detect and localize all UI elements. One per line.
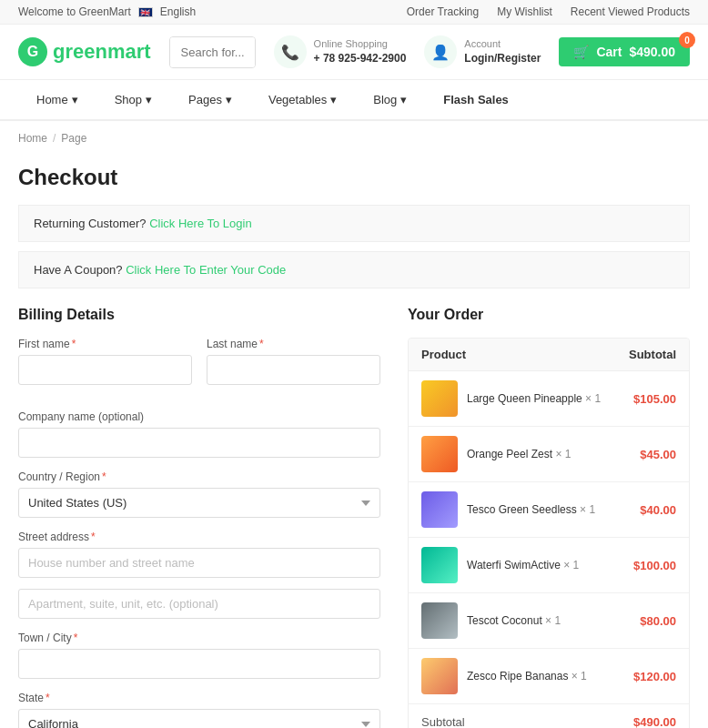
product-image-bottle — [421, 547, 458, 583]
order-item: Waterfi SwimActive × 1 $100.00 — [409, 538, 689, 593]
account-sub: Login/Register — [464, 51, 541, 66]
cart-amount: $490.00 — [629, 45, 675, 59]
product-image-orange — [421, 436, 458, 472]
recent-products-link[interactable]: Recent Viewed Products — [571, 5, 690, 18]
country-select[interactable]: United States (US) — [18, 488, 380, 518]
phone-label: Online Shopping — [314, 37, 407, 51]
product-price-5: $120.00 — [633, 670, 676, 683]
subtotal-value: $490.00 — [633, 715, 676, 728]
order-section: Your Order Product Subtotal Large Queen … — [408, 307, 690, 728]
cart-label: Cart — [596, 45, 622, 59]
last-name-input[interactable] — [207, 355, 380, 385]
product-price-3: $100.00 — [633, 559, 676, 572]
coupon-link[interactable]: Click Here To Enter Your Code — [126, 263, 286, 277]
col-subtotal: Subtotal — [629, 348, 676, 361]
city-label: Town / City* — [18, 632, 380, 644]
company-input[interactable] — [18, 428, 380, 458]
checkout-layout: Billing Details First name* Last name* C… — [18, 307, 690, 728]
order-item: Tescot Coconut × 1 $80.00 — [409, 593, 689, 649]
search-bar — [169, 36, 256, 68]
order-table-header: Product Subtotal — [409, 339, 689, 371]
order-item: Orange Peel Zest × 1 $45.00 — [409, 427, 689, 482]
returning-customer-notice: Returning Customer? Click Here To Login — [18, 205, 690, 242]
order-item: Zesco Ripe Bananas × 1 $120.00 — [409, 649, 689, 704]
login-link[interactable]: Click Here To Login — [149, 217, 251, 230]
subtotal-label: Subtotal — [421, 715, 465, 728]
product-image-grapes — [421, 491, 458, 528]
breadcrumb-page: Page — [61, 132, 86, 145]
product-price-0: $105.00 — [633, 392, 676, 406]
company-label: Company name (optional) — [18, 410, 380, 423]
street-input[interactable] — [18, 548, 380, 578]
state-select[interactable]: California — [18, 709, 380, 728]
product-image-banana — [421, 658, 458, 694]
nav-flash-sales[interactable]: Flash Sales — [425, 80, 527, 119]
breadcrumb: Home / Page — [0, 121, 708, 156]
product-name-3: Waterfi SwimActive × 1 — [467, 559, 633, 571]
top-bar: Welcome to GreenMart 🇬🇧 English Order Tr… — [0, 0, 708, 25]
billing-title: Billing Details — [18, 307, 380, 323]
nav-vegetables[interactable]: Vegetables ▾ — [250, 80, 355, 119]
language-flag: 🇬🇧 — [138, 7, 153, 17]
cart-badge: 0 — [679, 32, 695, 48]
cart-icon: 🛒 — [573, 45, 589, 59]
phone-number: + 78 925-942-2900 — [314, 51, 407, 66]
col-product: Product — [421, 348, 466, 361]
last-name-label: Last name* — [207, 338, 380, 350]
product-name-5: Zesco Ripe Bananas × 1 — [467, 670, 633, 682]
order-table: Product Subtotal Large Queen Pineapple ×… — [408, 338, 690, 728]
language-selector[interactable]: English — [160, 5, 196, 18]
page-title: Checkout — [18, 165, 690, 190]
nav-blog[interactable]: Blog ▾ — [355, 80, 425, 119]
phone-icon: 📞 — [274, 35, 307, 68]
navigation: Home ▾ Shop ▾ Pages ▾ Vegetables ▾ Blog … — [0, 80, 708, 121]
order-item: Tesco Green Seedless × 1 $40.00 — [409, 482, 689, 538]
welcome-text: Welcome to GreenMart — [18, 5, 131, 18]
breadcrumb-home[interactable]: Home — [18, 132, 47, 145]
order-tracking-link[interactable]: Order Tracking — [407, 5, 479, 18]
street-label: Street address* — [18, 531, 380, 543]
order-item: Large Queen Pineapple × 1 $105.00 — [409, 371, 689, 427]
first-name-input[interactable] — [18, 355, 192, 385]
logo-icon: G — [18, 37, 47, 66]
city-input[interactable] — [18, 649, 380, 679]
state-label: State* — [18, 692, 380, 704]
subtotal-row: Subtotal $490.00 — [421, 715, 676, 728]
product-image-coconut — [421, 602, 458, 639]
billing-section: Billing Details First name* Last name* C… — [18, 307, 380, 728]
product-price-4: $80.00 — [640, 614, 676, 628]
product-price-1: $45.00 — [640, 448, 676, 461]
header-account[interactable]: 👤 Account Login/Register — [424, 35, 541, 68]
logo-name: greenmart — [53, 40, 151, 64]
first-name-label: First name* — [18, 338, 192, 350]
cart-button[interactable]: 🛒 0 Cart $490.00 — [559, 37, 690, 66]
country-label: Country / Region* — [18, 470, 380, 483]
product-name-0: Large Queen Pineapple × 1 — [467, 392, 633, 405]
account-icon: 👤 — [424, 35, 457, 68]
nav-home[interactable]: Home ▾ — [18, 80, 96, 119]
product-name-4: Tescot Coconut × 1 — [467, 614, 640, 627]
order-totals: Subtotal $490.00 Shipping Enter your add… — [409, 704, 689, 728]
header-contact: 📞 Online Shopping + 78 925-942-2900 — [274, 35, 407, 68]
nav-pages[interactable]: Pages ▾ — [170, 80, 250, 119]
nav-shop[interactable]: Shop ▾ — [96, 80, 170, 119]
product-price-2: $40.00 — [640, 503, 676, 517]
search-input[interactable] — [170, 37, 256, 67]
product-name-2: Tesco Green Seedless × 1 — [467, 503, 640, 516]
logo[interactable]: G greenmart — [18, 37, 151, 66]
apt-input[interactable] — [18, 589, 380, 619]
header: G greenmart 📞 Online Shopping + 78 925-9… — [0, 25, 708, 80]
coupon-notice: Have A Coupon? Click Here To Enter Your … — [18, 251, 690, 288]
account-label: Account — [464, 37, 541, 51]
main-content: Checkout Returning Customer? Click Here … — [0, 156, 708, 728]
product-image-pineapple — [421, 380, 458, 417]
wishlist-link[interactable]: My Wishlist — [497, 5, 552, 18]
product-name-1: Orange Peel Zest × 1 — [467, 448, 640, 460]
order-title: Your Order — [408, 307, 690, 323]
